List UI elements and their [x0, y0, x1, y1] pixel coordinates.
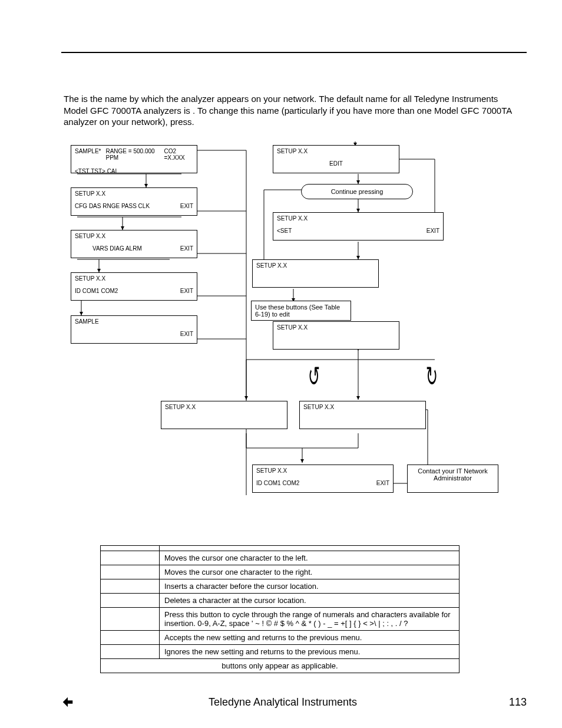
- desc-cell: Press this button to cycle through the r…: [160, 608, 459, 631]
- screen-setup-2: SETUP X.X VARS DIAG ALRM EXIT: [71, 230, 197, 258]
- label: ID COM1 COM2: [75, 288, 118, 294]
- desc-cell: Accepts the new setting and returns to t…: [160, 631, 459, 645]
- label: SETUP X.X: [75, 190, 193, 197]
- key-cell: [101, 608, 160, 631]
- label: SETUP X.X: [75, 233, 193, 239]
- table-foot: buttons only appear as applicable.: [101, 659, 459, 673]
- label: CO2 =X.XXX: [164, 148, 193, 161]
- body-paragraph: The is the name by which the analyzer ap…: [64, 93, 524, 128]
- cycle-left-icon: ↺: [308, 363, 320, 391]
- key-cell: [101, 551, 160, 565]
- label: EXIT: [180, 288, 193, 294]
- desc-cell: Deletes a character at the cursor locati…: [160, 594, 459, 608]
- screen-sample: SAMPLE* RANGE = 500.000 PPM CO2 =X.XXX <…: [71, 145, 197, 173]
- desc-cell: Inserts a character before the cursor lo…: [160, 579, 459, 594]
- label: SETUP X.X: [256, 467, 389, 474]
- desc-cell: Moves the cursor one character to the le…: [160, 551, 459, 565]
- label: EXIT: [427, 228, 439, 234]
- label: Use these buttons (See Table 6-19) to ed…: [255, 304, 340, 318]
- page-footer: Teledyne Analytical Instruments 113: [61, 696, 527, 709]
- screen-setup-5: SETUP X.X: [273, 321, 399, 350]
- screen-setup-3: SETUP X.X ID COM1 COM2 EXIT: [71, 272, 197, 301]
- label: EXIT: [180, 245, 193, 252]
- label: <TST TST> CAL: [75, 168, 193, 174]
- label: SETUP X.X: [75, 275, 193, 282]
- page-number: 113: [491, 696, 527, 709]
- label: EXIT: [376, 480, 389, 486]
- key-cell: [101, 594, 160, 608]
- screen-final: SETUP X.X ID COM1 COM2 EXIT: [252, 465, 394, 493]
- label: SAMPLE*: [75, 148, 101, 161]
- screen-setup-4: SETUP X.X: [252, 259, 379, 288]
- label: SETUP X.X: [277, 324, 395, 331]
- key-cell: [101, 631, 160, 645]
- footer-brand: Teledyne Analytical Instruments: [74, 696, 491, 709]
- brand-logo-icon: [61, 696, 74, 709]
- label: <SET: [277, 228, 292, 234]
- button-table: Moves the cursor one character to the le…: [100, 545, 459, 673]
- text: The: [64, 94, 81, 104]
- cycle-right-icon: ↺: [426, 363, 438, 391]
- label: SETUP X.X: [277, 215, 439, 222]
- label: SETUP X.X: [165, 404, 283, 410]
- screen-edit: SETUP X.X EDIT: [273, 145, 399, 173]
- screen-branch-right: SETUP X.X: [299, 401, 426, 429]
- note-contact-admin: Contact your IT Network Administrator: [407, 465, 498, 493]
- label: SETUP X.X: [256, 262, 375, 269]
- note-edit-buttons: Use these buttons (See Table 6-19) to ed…: [251, 301, 351, 321]
- label: Continue pressing: [331, 188, 384, 195]
- label: CFG DAS RNGE PASS CLK: [75, 203, 150, 209]
- screen-branch-left: SETUP X.X: [161, 401, 287, 429]
- label: EXIT: [180, 203, 193, 209]
- screen-sample-2: SAMPLE EXIT: [71, 315, 197, 344]
- key-cell: [101, 546, 160, 551]
- label: EXIT: [180, 331, 193, 337]
- note-continue: Continue pressing: [301, 184, 413, 199]
- screen-set: SETUP X.X <SET EXIT: [273, 212, 444, 241]
- label: ID COM1 COM2: [256, 480, 299, 486]
- flowchart: SAMPLE* RANGE = 500.000 PPM CO2 =X.XXX <…: [64, 141, 524, 513]
- label: Contact your IT Network Administrator: [418, 467, 487, 482]
- screen-setup-1: SETUP X.X CFG DAS RNGE PASS CLK EXIT: [71, 187, 197, 216]
- label: RANGE = 500.000 PPM: [105, 148, 159, 161]
- label: VARS DIAG ALRM: [92, 245, 142, 252]
- header-rule: [61, 52, 527, 53]
- desc-cell: Ignores the new setting and returns to t…: [160, 645, 459, 659]
- key-cell: [101, 579, 160, 594]
- desc-cell: [160, 546, 459, 551]
- label: SETUP X.X: [303, 404, 422, 410]
- key-cell: [101, 565, 160, 579]
- label: SAMPLE: [75, 318, 193, 325]
- label: SETUP X.X: [277, 148, 395, 154]
- key-cell: [101, 645, 160, 659]
- desc-cell: Moves the cursor one character to the ri…: [160, 565, 459, 579]
- label: EDIT: [329, 160, 343, 167]
